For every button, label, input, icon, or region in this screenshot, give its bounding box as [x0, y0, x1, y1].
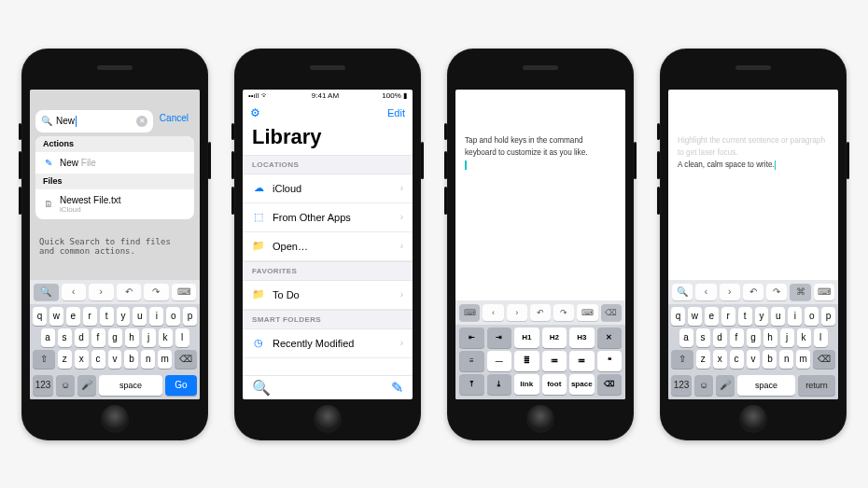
chevron-right-icon[interactable]: ›: [89, 284, 114, 300]
numbers-key[interactable]: 123: [671, 375, 692, 396]
command-key-H1[interactable]: H1: [514, 328, 539, 348]
editor-text[interactable]: Tap and hold keys in the command keyboar…: [465, 134, 616, 171]
key-o[interactable]: o: [805, 307, 819, 326]
key-h[interactable]: h: [763, 328, 777, 347]
key-a[interactable]: a: [41, 328, 55, 347]
redo-icon[interactable]: ↷: [144, 284, 169, 300]
redo-icon[interactable]: ↷: [553, 304, 574, 321]
list-item[interactable]: ⬚From Other Apps›: [243, 203, 413, 232]
command-key-ol[interactable]: ≔: [542, 351, 567, 371]
undo-icon[interactable]: ↶: [117, 284, 142, 300]
space-key[interactable]: space: [99, 375, 162, 396]
keyboard-dismiss-icon[interactable]: ⌨: [814, 284, 834, 300]
key-x[interactable]: x: [75, 350, 89, 369]
command-key-indent-in[interactable]: ⇥: [487, 328, 512, 348]
command-key-align-l[interactable]: ≡: [459, 351, 484, 371]
key-d[interactable]: d: [75, 328, 89, 347]
return-key[interactable]: return: [798, 375, 835, 396]
key-c[interactable]: c: [730, 350, 744, 369]
compose-icon[interactable]: ✎: [391, 379, 403, 397]
clear-icon[interactable]: ✕: [136, 116, 147, 127]
keyboard-dismiss-icon[interactable]: ⌨: [172, 284, 197, 300]
key-w[interactable]: w: [49, 307, 63, 326]
backspace-key[interactable]: ⌫: [175, 350, 197, 369]
key-z[interactable]: z: [696, 350, 710, 369]
command-key-move-dn[interactable]: ⤓: [487, 374, 512, 395]
mic-key[interactable]: 🎤: [77, 375, 96, 396]
key-j[interactable]: j: [780, 328, 794, 347]
key-v[interactable]: v: [108, 350, 122, 369]
undo-icon[interactable]: ↶: [743, 284, 763, 300]
list-item[interactable]: ☁︎iCloud›: [243, 174, 413, 203]
search-icon[interactable]: 🔍: [34, 284, 59, 300]
key-o[interactable]: o: [166, 307, 180, 326]
key-q[interactable]: q: [33, 307, 47, 326]
key-j[interactable]: j: [142, 328, 156, 347]
key-m[interactable]: m: [158, 350, 172, 369]
key-b[interactable]: b: [763, 350, 777, 369]
list-item[interactable]: 📁To Do›: [243, 281, 413, 310]
key-a[interactable]: a: [679, 328, 693, 347]
emoji-key[interactable]: ☺: [56, 375, 75, 396]
command-key-move-up[interactable]: ⤒: [459, 374, 484, 395]
command-key-hr[interactable]: —: [487, 351, 512, 371]
keyboard[interactable]: 🔍 ‹ › ↶ ↷ ⌨ qwertyuiop asdfghjkl ⇧ zxcvb…: [30, 280, 200, 399]
key-v[interactable]: v: [747, 350, 761, 369]
command-key-foot[interactable]: foot: [542, 374, 567, 395]
backspace-key[interactable]: ⌫: [813, 350, 835, 369]
chevron-right-icon[interactable]: ›: [720, 284, 740, 300]
key-f[interactable]: f: [91, 328, 105, 347]
key-l[interactable]: l: [175, 328, 189, 347]
undo-icon[interactable]: ↶: [530, 304, 551, 321]
list-item[interactable]: 📁Open…›: [243, 232, 413, 261]
key-r[interactable]: r: [83, 307, 97, 326]
key-n[interactable]: n: [141, 350, 155, 369]
key-e[interactable]: e: [66, 307, 80, 326]
result-row-newest-file[interactable]: 🗎 Newest File.txt iCloud: [35, 188, 194, 219]
key-g[interactable]: g: [108, 328, 122, 347]
key-e[interactable]: e: [705, 307, 719, 326]
editor-text[interactable]: Highlight the current sentence or paragr…: [678, 134, 829, 172]
key-w[interactable]: w: [688, 307, 702, 326]
home-button[interactable]: [314, 405, 342, 433]
key-p[interactable]: p: [821, 307, 835, 326]
shift-key[interactable]: ⇧: [33, 350, 55, 369]
cancel-button[interactable]: Cancel: [160, 113, 189, 123]
key-b[interactable]: b: [124, 350, 138, 369]
key-f[interactable]: f: [730, 328, 744, 347]
home-button[interactable]: [526, 405, 554, 433]
command-key-quote[interactable]: ❝: [597, 351, 623, 371]
key-m[interactable]: m: [796, 350, 810, 369]
key-s[interactable]: s: [696, 328, 710, 347]
search-icon[interactable]: 🔍: [672, 284, 693, 300]
key-x[interactable]: x: [713, 350, 727, 369]
command-key-x-icon[interactable]: ✕: [597, 328, 623, 348]
command-key-bksp[interactable]: ⌫: [597, 374, 623, 395]
key-p[interactable]: p: [183, 307, 197, 326]
key-k[interactable]: k: [797, 328, 811, 347]
key-y[interactable]: y: [755, 307, 769, 326]
key-z[interactable]: z: [58, 350, 72, 369]
redo-icon[interactable]: ↷: [766, 284, 787, 300]
result-row-new-file[interactable]: ✎ New File: [35, 151, 194, 174]
key-y[interactable]: y: [117, 307, 131, 326]
key-c[interactable]: c: [91, 350, 105, 369]
key-q[interactable]: q: [671, 307, 685, 326]
command-key-H2[interactable]: H2: [542, 328, 567, 348]
key-n[interactable]: n: [779, 350, 793, 369]
numbers-key[interactable]: 123: [33, 375, 53, 396]
command-keyboard-icon[interactable]: ⌘: [790, 284, 810, 300]
edit-button[interactable]: Edit: [387, 107, 405, 119]
key-u[interactable]: u: [771, 307, 785, 326]
home-button[interactable]: [739, 405, 767, 433]
key-r[interactable]: r: [721, 307, 735, 326]
list-item[interactable]: ◷Recently Modified›: [243, 329, 413, 358]
command-key-space[interactable]: space: [569, 374, 595, 395]
key-i[interactable]: i: [788, 307, 802, 326]
key-t[interactable]: t: [738, 307, 752, 326]
home-button[interactable]: [101, 405, 129, 433]
chevron-right-icon[interactable]: ›: [507, 304, 527, 321]
space-key[interactable]: space: [737, 375, 795, 396]
keyboard-switch-icon[interactable]: ⌨: [459, 304, 480, 321]
key-u[interactable]: u: [133, 307, 147, 326]
